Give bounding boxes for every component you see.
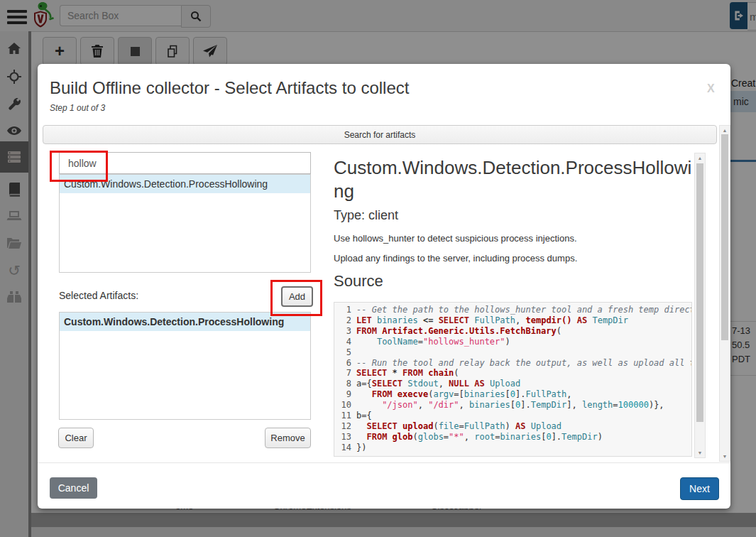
scrollbar-thumb[interactable] xyxy=(696,163,703,422)
annotation-box-filter-input xyxy=(50,151,108,182)
scroll-up-icon[interactable]: ▲ xyxy=(695,156,705,161)
scroll-up-icon[interactable]: ▲ xyxy=(720,128,730,133)
search-for-artifacts-bar[interactable]: Search for artifacts xyxy=(43,125,717,144)
artifact-type-label: Type: client xyxy=(334,208,398,223)
source-code[interactable]: 1-- Get the path to the hollows_hunter t… xyxy=(334,302,692,457)
velociraptor-app: m xyxy=(0,0,756,537)
source-heading: Source xyxy=(334,272,383,291)
artifact-results-list: Custom.Windows.Detection.ProcessHollowin… xyxy=(59,174,311,273)
selected-artifacts-list: Custom.Windows.Detection.ProcessHollowin… xyxy=(59,312,311,420)
next-button[interactable]: Next xyxy=(680,477,719,500)
scrollbar-thumb[interactable] xyxy=(721,134,728,340)
clear-button[interactable]: Clear xyxy=(58,428,94,448)
remove-button[interactable]: Remove xyxy=(265,428,311,448)
artifact-description: Use hollows_hunter to detect suspicious … xyxy=(334,233,577,244)
scroll-down-icon[interactable]: ▼ xyxy=(720,454,730,459)
artifact-detail-title: Custom.Windows.Detection.ProcessHollowin… xyxy=(334,156,694,203)
close-icon[interactable]: X xyxy=(707,82,715,95)
modal-body-scrollbar[interactable]: ▲ ▼ xyxy=(719,125,730,462)
scroll-down-icon[interactable]: ▼ xyxy=(695,450,705,455)
modal-footer-divider xyxy=(38,462,730,509)
modal-step-label: Step 1 out of 3 xyxy=(50,103,105,113)
selected-artifacts-label: Selected Artifacts: xyxy=(59,290,138,301)
artifact-description: Upload any findings to the server, inclu… xyxy=(334,253,577,264)
offline-collector-modal: Build Offline collector - Select Artifac… xyxy=(38,64,730,509)
modal-title: Build Offline collector - Select Artifac… xyxy=(50,78,409,98)
annotation-box-add-button xyxy=(270,280,322,316)
detail-panel-scrollbar[interactable]: ▲ ▼ xyxy=(694,153,706,458)
cancel-button[interactable]: Cancel xyxy=(50,477,97,499)
